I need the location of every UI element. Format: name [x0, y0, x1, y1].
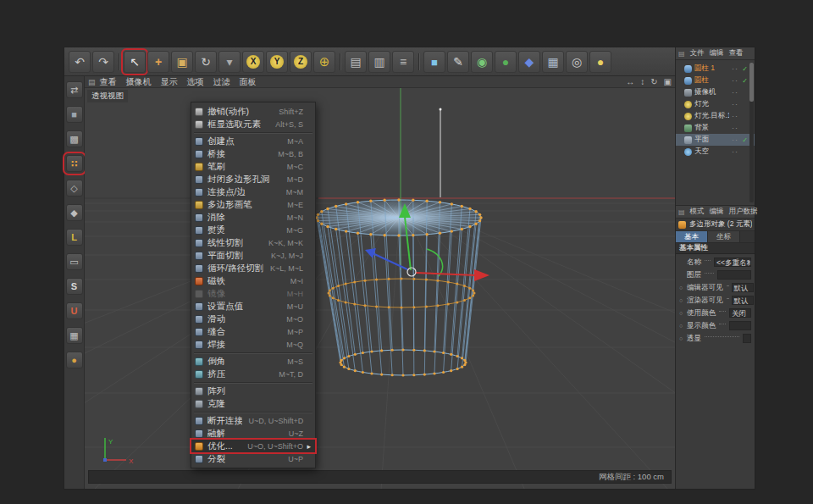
- visibility-dots[interactable]: ··: [732, 76, 738, 85]
- context-menu-item[interactable]: 创建点 M~A: [191, 135, 315, 147]
- context-menu-item[interactable]: 消除 M~N: [191, 211, 315, 224]
- render-settings-icon[interactable]: [392, 51, 414, 73]
- context-menu-item[interactable]: 倒角 M~S: [191, 355, 315, 368]
- coord-system-icon[interactable]: [313, 51, 335, 73]
- viewport-canvas[interactable]: YX: [85, 88, 675, 489]
- rotate-icon[interactable]: [195, 51, 217, 73]
- zoom-view-icon[interactable]: ↕: [640, 77, 644, 86]
- viewport-menu-item[interactable]: 显示: [161, 76, 178, 88]
- context-menu-item[interactable]: 阵列: [191, 385, 315, 397]
- rotate-view-icon[interactable]: ↻: [650, 77, 657, 86]
- render-view-icon[interactable]: [345, 51, 367, 73]
- toolbar-button[interactable]: [416, 51, 422, 73]
- axis-y-icon[interactable]: [266, 51, 288, 73]
- pan-view-icon[interactable]: ↔: [626, 77, 634, 86]
- axis-mode-icon[interactable]: [66, 229, 83, 246]
- context-menu-item[interactable]: 连接点/边 M~M: [191, 186, 315, 198]
- attribute-section-header[interactable]: 基本属性: [676, 243, 755, 254]
- context-menu-item[interactable]: 循环/路径切割 K~L, M~L: [191, 262, 315, 274]
- attr-menu-mode[interactable]: 模式: [690, 207, 705, 217]
- context-menu-item[interactable]: 克隆: [191, 397, 315, 410]
- om-scrollbar[interactable]: [749, 63, 754, 202]
- om-menu-view[interactable]: 查看: [729, 48, 744, 58]
- visibility-dots[interactable]: ··: [732, 88, 738, 97]
- toggle-dot-icon[interactable]: ○: [679, 335, 685, 341]
- deformer-icon[interactable]: [518, 51, 540, 73]
- object-row[interactable]: 背景 ··: [676, 122, 755, 134]
- toggle-dot-icon[interactable]: ○: [679, 285, 685, 291]
- attr-menu-edit[interactable]: 编辑: [710, 207, 724, 217]
- model-mode-icon[interactable]: [66, 106, 83, 123]
- viewport[interactable]: ▤ 查看摄像机显示选项过滤面板 ↔↕↻▣ 透视视图 YX 网格间距 : 100 …: [85, 76, 675, 489]
- polygons-mode-icon[interactable]: [66, 204, 83, 221]
- attribute-tab[interactable]: 基本: [676, 231, 708, 242]
- visibility-dots[interactable]: ··: [732, 64, 738, 73]
- viewport-solo-icon[interactable]: [66, 253, 83, 270]
- move-icon[interactable]: [147, 51, 169, 73]
- context-menu-item[interactable]: [191, 130, 315, 135]
- axis-z-icon[interactable]: [290, 51, 312, 73]
- toolbar-button[interactable]: [116, 51, 122, 73]
- context-menu-item[interactable]: [191, 351, 315, 355]
- context-menu-item[interactable]: 线性切割 K~K, M~K: [191, 236, 315, 249]
- context-menu-item[interactable]: 缝合 M~P: [191, 325, 315, 338]
- magnet-icon[interactable]: [66, 302, 83, 319]
- environment-icon[interactable]: [542, 51, 564, 73]
- viewport-menu-item[interactable]: 过滤: [213, 76, 230, 88]
- points-mode-icon[interactable]: [66, 155, 83, 172]
- state-check-icon[interactable]: ✓: [741, 77, 748, 85]
- camera-icon[interactable]: [566, 51, 588, 73]
- quantize-icon[interactable]: [66, 327, 83, 344]
- last-tool-icon[interactable]: [218, 51, 241, 73]
- context-menu-item[interactable]: 设置点值 M~U: [191, 300, 315, 313]
- pen-icon[interactable]: [447, 51, 469, 73]
- om-scrollbar-thumb[interactable]: [749, 63, 754, 102]
- visibility-dots[interactable]: ··: [732, 136, 738, 144]
- context-menu-item[interactable]: 桥接 M~B, B: [191, 147, 315, 160]
- redo-icon[interactable]: [92, 51, 114, 73]
- object-row[interactable]: 圆柱 1 ·· ✓: [676, 63, 755, 75]
- context-menu-item[interactable]: 优化... U~O, U~Shift+O ▸: [191, 440, 315, 452]
- object-row[interactable]: 天空 ··: [676, 146, 755, 158]
- context-menu-item[interactable]: 挤压 M~T, D: [191, 368, 315, 380]
- object-row[interactable]: 平面 ·· ✓: [676, 134, 755, 146]
- context-menu-item[interactable]: 断开连接 U~D, U~Shift+D: [191, 414, 315, 427]
- context-menu-item[interactable]: [191, 410, 315, 414]
- context-menu-item[interactable]: 封闭多边形孔洞 M~D: [191, 173, 315, 186]
- lock-icon[interactable]: [66, 352, 83, 368]
- object-row[interactable]: 灯光 ··: [676, 98, 755, 110]
- context-menu-item[interactable]: 磁铁 M~I: [191, 274, 315, 287]
- convert-icon[interactable]: [66, 81, 83, 98]
- render-picture-icon[interactable]: [368, 51, 390, 73]
- axis-x-icon[interactable]: [242, 51, 264, 73]
- viewport-menu-item[interactable]: 面板: [240, 76, 257, 88]
- add-cube-icon[interactable]: [423, 51, 445, 73]
- om-menu-file[interactable]: 文件: [690, 48, 705, 58]
- context-menu-item[interactable]: 融解 U~Z: [191, 427, 315, 440]
- context-menu-item[interactable]: 平面切割 K~J, M~J: [191, 249, 315, 262]
- attribute-value[interactable]: 默认: [732, 283, 754, 292]
- toggle-dot-icon[interactable]: ○: [679, 297, 685, 303]
- texture-mode-icon[interactable]: [66, 130, 83, 147]
- context-menu-item[interactable]: 熨烫 M~G: [191, 224, 315, 236]
- context-menu-item[interactable]: [191, 380, 315, 385]
- visibility-dots[interactable]: ··: [732, 112, 738, 120]
- viewport-menu-item[interactable]: 摄像机: [126, 76, 152, 88]
- snap-icon[interactable]: [66, 278, 83, 295]
- scale-icon[interactable]: [171, 51, 193, 73]
- toggle-dot-icon[interactable]: ○: [679, 310, 685, 316]
- attribute-value[interactable]: [729, 321, 751, 330]
- context-menu-item[interactable]: 镜像 M~H: [191, 287, 315, 300]
- context-menu-item[interactable]: 多边形画笔 M~E: [191, 198, 315, 211]
- light-icon[interactable]: [589, 51, 611, 73]
- object-row[interactable]: 圆柱 ·· ✓: [676, 75, 755, 86]
- context-menu-item[interactable]: 分裂 U~P: [191, 452, 315, 465]
- state-check-icon[interactable]: ✓: [741, 65, 748, 73]
- object-row[interactable]: 摄像机 ··: [676, 86, 755, 98]
- context-menu-item[interactable]: 笔刷 M~C: [191, 160, 315, 173]
- live-selection-icon[interactable]: [124, 51, 146, 73]
- attribute-value[interactable]: [743, 334, 751, 343]
- attr-menu-userdata[interactable]: 用户数据: [729, 207, 758, 217]
- visibility-dots[interactable]: ··: [732, 100, 738, 108]
- undo-icon[interactable]: [69, 51, 91, 73]
